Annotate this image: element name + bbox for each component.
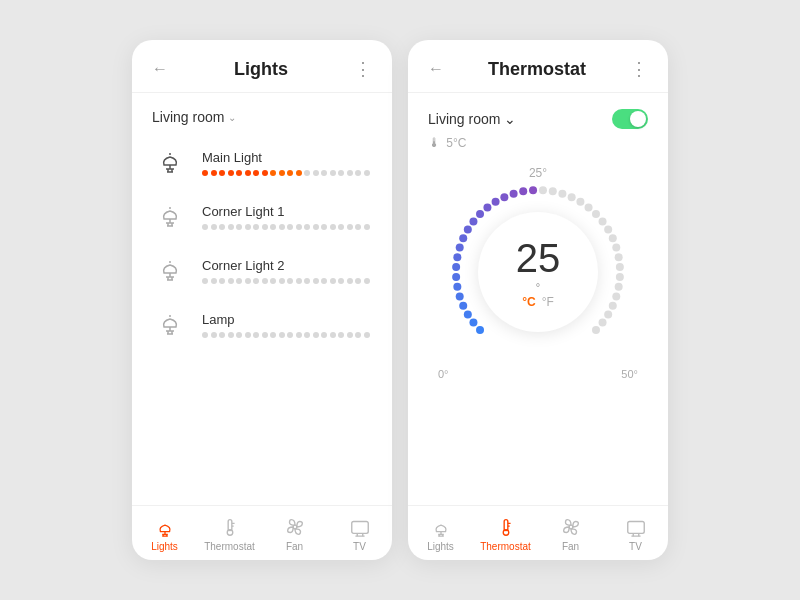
- zero-label: 0°: [438, 368, 449, 380]
- max-label: 50°: [621, 368, 638, 380]
- svg-point-45: [452, 263, 460, 271]
- room-label: Living room: [152, 109, 224, 125]
- bottom-nav: Lights Thermostat Fan: [408, 505, 668, 560]
- list-item: Lamp: [152, 307, 372, 343]
- thermostat-header: ← Thermostat ⋮: [408, 40, 668, 93]
- light-info: Corner Light 2: [202, 258, 372, 284]
- svg-point-73: [612, 292, 620, 300]
- svg-point-41: [459, 302, 467, 310]
- toggle-knob: [630, 111, 646, 127]
- min-temp-label: 🌡 5°C: [428, 135, 648, 150]
- nav-label: TV: [353, 541, 366, 552]
- more-options-icon[interactable]: ⋮: [630, 58, 648, 80]
- light-bar[interactable]: [202, 224, 372, 230]
- nav-item-lights[interactable]: Lights: [408, 516, 473, 552]
- thermostat-panel: ← Thermostat ⋮ Living room ⌄ 🌡 5°C: [408, 40, 668, 560]
- svg-point-62: [576, 198, 584, 206]
- svg-point-52: [483, 203, 491, 211]
- room-selector[interactable]: Living room ⌄: [152, 109, 372, 125]
- lamp-icon: [152, 307, 188, 343]
- top-temp-label: 25°: [428, 166, 648, 180]
- svg-rect-29: [228, 520, 232, 531]
- power-toggle[interactable]: [612, 109, 648, 129]
- svg-point-48: [459, 234, 467, 242]
- nav-label: Lights: [427, 541, 454, 552]
- svg-point-71: [616, 273, 624, 281]
- lamp-icon: [152, 145, 188, 181]
- nav-item-lights[interactable]: Lights: [132, 516, 197, 552]
- unit-selector[interactable]: °C °F: [522, 295, 554, 309]
- light-bar[interactable]: [202, 332, 372, 338]
- temp-display: 25 ° °C °F: [478, 212, 598, 332]
- lights-content: Living room ⌄ Main L: [132, 93, 392, 505]
- light-bar[interactable]: [202, 170, 372, 176]
- fahrenheit-unit[interactable]: °F: [542, 295, 554, 309]
- svg-point-53: [492, 198, 500, 206]
- svg-point-57: [529, 186, 537, 194]
- light-bar[interactable]: [202, 278, 372, 284]
- svg-point-66: [604, 226, 612, 234]
- nav-item-fan[interactable]: Fan: [262, 516, 327, 552]
- svg-point-46: [453, 253, 461, 261]
- nav-label: Thermostat: [480, 541, 531, 552]
- svg-rect-34: [351, 522, 368, 534]
- svg-point-40: [464, 310, 472, 318]
- svg-point-74: [609, 302, 617, 310]
- list-item: Corner Light 1: [152, 199, 372, 235]
- nav-label: Fan: [286, 541, 303, 552]
- svg-point-67: [609, 234, 617, 242]
- room-selector[interactable]: Living room ⌄: [428, 111, 516, 127]
- bottom-nav: Lights Thermostat Fan: [132, 505, 392, 560]
- svg-point-42: [456, 292, 464, 300]
- thermostat-title: Thermostat: [488, 59, 586, 80]
- nav-item-thermostat[interactable]: Thermostat: [197, 516, 262, 552]
- svg-point-68: [612, 244, 620, 252]
- svg-point-47: [456, 244, 464, 252]
- nav-label: Thermostat: [204, 541, 255, 552]
- nav-item-tv[interactable]: TV: [603, 516, 668, 552]
- nav-item-tv[interactable]: TV: [327, 516, 392, 552]
- thermostat-range-labels: 0° 50°: [428, 368, 648, 380]
- chevron-down-icon: ⌄: [504, 111, 516, 127]
- nav-label: TV: [629, 541, 642, 552]
- room-label: Living room: [428, 111, 500, 127]
- nav-item-thermostat[interactable]: Thermostat: [473, 516, 538, 552]
- thermostat-content: Living room ⌄ 🌡 5°C 25°: [408, 93, 668, 505]
- svg-point-51: [476, 210, 484, 218]
- svg-point-64: [592, 210, 600, 218]
- svg-point-65: [599, 217, 607, 225]
- svg-point-70: [616, 263, 624, 271]
- svg-point-54: [500, 193, 508, 201]
- lamp-icon: [152, 253, 188, 289]
- light-name: Corner Light 2: [202, 258, 372, 273]
- more-options-icon[interactable]: ⋮: [354, 58, 372, 80]
- thermostat-room-row: Living room ⌄: [428, 109, 648, 129]
- lights-panel: ← Lights ⋮ Living room ⌄: [132, 40, 392, 560]
- svg-rect-83: [504, 520, 508, 531]
- current-temp: 25: [516, 236, 561, 281]
- light-name: Lamp: [202, 312, 372, 327]
- svg-point-61: [568, 193, 576, 201]
- nav-label: Fan: [562, 541, 579, 552]
- svg-point-50: [469, 217, 477, 225]
- svg-point-49: [464, 226, 472, 234]
- thermostat-dial[interactable]: 25 ° °C °F: [448, 182, 628, 362]
- back-button[interactable]: ←: [152, 60, 168, 78]
- celsius-unit[interactable]: °C: [522, 295, 535, 309]
- light-info: Lamp: [202, 312, 372, 338]
- light-name: Main Light: [202, 150, 372, 165]
- svg-rect-88: [627, 522, 644, 534]
- light-name: Corner Light 1: [202, 204, 372, 219]
- light-info: Corner Light 1: [202, 204, 372, 230]
- light-info: Main Light: [202, 150, 372, 176]
- back-button[interactable]: ←: [428, 60, 444, 78]
- svg-point-44: [452, 273, 460, 281]
- svg-point-60: [558, 190, 566, 198]
- list-item: Corner Light 2: [152, 253, 372, 289]
- svg-point-69: [615, 253, 623, 261]
- svg-point-38: [476, 326, 484, 334]
- nav-item-fan[interactable]: Fan: [538, 516, 603, 552]
- svg-point-56: [519, 187, 527, 195]
- svg-point-77: [592, 326, 600, 334]
- svg-point-58: [539, 186, 547, 194]
